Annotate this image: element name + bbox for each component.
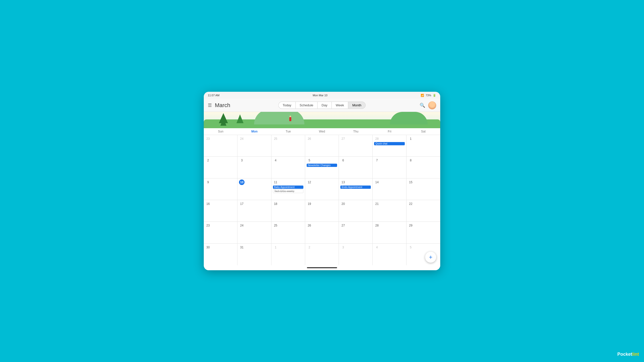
calendar-week-5: 23 24 25 26 27 28 <box>204 222 440 243</box>
calendar-cell-mar20[interactable]: 20 <box>339 200 373 221</box>
watermark-text1: Pocket <box>617 352 632 357</box>
header-right: 🔍 <box>420 101 436 109</box>
calendar-cell-feb24[interactable]: 24 <box>237 135 271 156</box>
banner-person <box>289 117 291 121</box>
calendar-cell-mar27[interactable]: 27 <box>339 222 373 243</box>
calendar-cell-mar26[interactable]: 26 <box>305 222 339 243</box>
day-header-wed: Wed <box>305 128 339 135</box>
date-mar16: 16 <box>205 201 211 207</box>
date-mar26: 26 <box>307 223 312 228</box>
calendar-grid: 23 24 25 26 27 28 <box>204 135 440 265</box>
calendar-cell-mar5[interactable]: 5 Newsletter Changes <box>305 157 339 178</box>
calendar-cell-mar2[interactable]: 2 <box>204 157 237 178</box>
event-quick-chat[interactable]: Quick chat <box>374 142 405 145</box>
calendar-cell-mar1[interactable]: 1 <box>407 135 440 156</box>
view-month-button[interactable]: Month <box>348 102 366 109</box>
calendar-cell-mar9[interactable]: 9 <box>204 178 237 200</box>
view-switcher: Today Schedule Day Week Month <box>278 102 366 109</box>
home-bar <box>307 267 337 268</box>
device-frame: 11:07 AM Mon Mar 10 📶 73% 🔋 ☰ March Toda… <box>204 92 440 270</box>
day-header-thu: Thu <box>339 128 373 135</box>
date-mar28: 28 <box>374 223 380 228</box>
calendar-cell-mar28[interactable]: 28 <box>373 222 406 243</box>
event-endo-appointment[interactable]: Endo Appointment <box>340 186 371 189</box>
calendar-cell-mar22[interactable]: 22 <box>407 200 440 221</box>
banner-tree-1 <box>219 113 228 123</box>
calendar-cell-mar8[interactable]: 8 <box>407 157 440 178</box>
date-mar18: 18 <box>273 201 278 207</box>
calendar-cell-mar6[interactable]: 6 <box>339 157 373 178</box>
date-mar22: 22 <box>408 201 414 207</box>
date-apr4: 4 <box>374 245 380 250</box>
day-headers: Sun Mon Tue Wed Thu Fri Sat <box>204 128 440 135</box>
calendar-cell-apr4[interactable]: 4 <box>373 244 406 265</box>
calendar-body: Sun Mon Tue Wed Thu Fri Sat 23 24 <box>204 128 440 270</box>
calendar-cell-mar16[interactable]: 16 <box>204 200 237 221</box>
calendar-cell-mar4[interactable]: 4 <box>271 157 305 178</box>
event-newsletter-changes[interactable]: Newsletter Changes <box>307 164 337 167</box>
date-mar2: 2 <box>205 158 211 163</box>
menu-icon[interactable]: ☰ <box>208 103 212 108</box>
calendar-cell-mar14[interactable]: 14 <box>373 178 406 200</box>
calendar-cell-mar12[interactable]: 12 <box>305 178 339 200</box>
date-feb24: 24 <box>239 136 245 142</box>
calendar-cell-feb27[interactable]: 27 <box>339 135 373 156</box>
status-date: Mon Mar 10 <box>313 94 328 97</box>
date-mar3: 3 <box>239 158 245 163</box>
calendar-cell-mar18[interactable]: 18 <box>271 200 305 221</box>
calendar-cell-feb28[interactable]: 28 Quick chat <box>373 135 406 156</box>
date-mar1: 1 <box>408 136 414 142</box>
add-event-fab[interactable]: + <box>425 252 436 263</box>
calendar-cell-feb26[interactable]: 26 <box>305 135 339 156</box>
search-button[interactable]: 🔍 <box>420 103 425 108</box>
calendar-cell-mar25[interactable]: 25 <box>271 222 305 243</box>
view-schedule-button[interactable]: Schedule <box>295 102 317 109</box>
avatar-image <box>428 101 436 109</box>
illustration-banner <box>204 112 440 128</box>
calendar: Sun Mon Tue Wed Thu Fri Sat 23 24 <box>204 128 440 265</box>
calendar-cell-mar31[interactable]: 31 <box>237 244 271 265</box>
calendar-cell-mar11[interactable]: 11 Baby Appointment Tech EIGs weekly <box>271 178 305 200</box>
calendar-cell-apr1[interactable]: 1 <box>271 244 305 265</box>
date-apr1: 1 <box>273 245 278 250</box>
calendar-cell-feb25[interactable]: 25 <box>271 135 305 156</box>
calendar-cell-mar23[interactable]: 23 <box>204 222 237 243</box>
calendar-cell-apr2[interactable]: 2 <box>305 244 339 265</box>
calendar-cell-apr3[interactable]: 3 <box>339 244 373 265</box>
event-tech-eigs-weekly[interactable]: Tech EIGs weekly <box>273 189 303 193</box>
view-today-button[interactable]: Today <box>278 102 295 109</box>
day-header-mon: Mon <box>237 128 271 135</box>
wifi-icon: 📶 <box>421 94 424 97</box>
date-mar12: 12 <box>307 179 312 185</box>
calendar-cell-feb23[interactable]: 23 <box>204 135 237 156</box>
date-mar31: 31 <box>239 245 245 250</box>
date-mar25: 25 <box>273 223 278 228</box>
calendar-cell-mar19[interactable]: 19 <box>305 200 339 221</box>
calendar-cell-mar17[interactable]: 17 <box>237 200 271 221</box>
date-mar19: 19 <box>307 201 312 207</box>
calendar-week-4: 16 17 18 19 20 21 <box>204 200 440 222</box>
date-mar4: 4 <box>273 158 278 163</box>
date-mar30: 30 <box>205 245 211 250</box>
view-day-button[interactable]: Day <box>317 102 331 109</box>
date-mar9: 9 <box>205 179 211 185</box>
calendar-cell-mar3[interactable]: 3 <box>237 157 271 178</box>
watermark-text2: lint <box>632 352 639 357</box>
calendar-cell-mar15[interactable]: 15 <box>407 178 440 200</box>
day-header-fri: Fri <box>373 128 406 135</box>
calendar-cell-mar7[interactable]: 7 <box>373 157 406 178</box>
date-mar8: 8 <box>408 158 414 163</box>
avatar[interactable] <box>428 101 436 109</box>
calendar-cell-mar21[interactable]: 21 <box>373 200 406 221</box>
day-header-sat: Sat <box>407 128 440 135</box>
date-mar14: 14 <box>374 179 380 185</box>
calendar-cell-mar30[interactable]: 30 <box>204 244 237 265</box>
date-mar23: 23 <box>205 223 211 228</box>
calendar-cell-mar29[interactable]: 29 <box>407 222 440 243</box>
calendar-cell-mar24[interactable]: 24 <box>237 222 271 243</box>
calendar-cell-mar13[interactable]: 13 Endo Appointment <box>339 178 373 200</box>
event-baby-appointment[interactable]: Baby Appointment <box>273 186 303 189</box>
calendar-cell-mar10[interactable]: 10 <box>237 178 271 200</box>
view-week-button[interactable]: Week <box>331 102 348 109</box>
status-time: 11:07 AM <box>208 94 219 97</box>
